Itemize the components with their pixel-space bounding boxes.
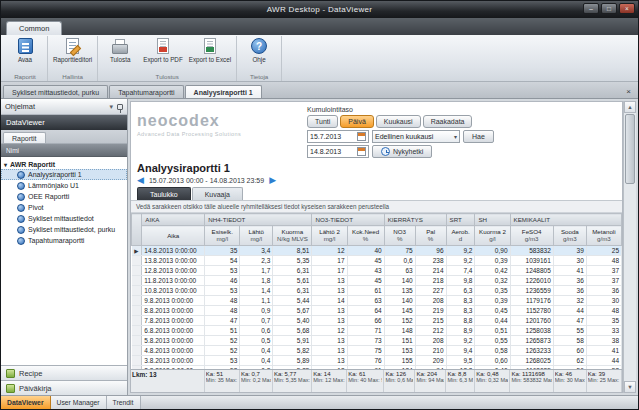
- title-bar: AWR Desktop - DataViewer – □ ×: [1, 1, 638, 18]
- column-group-sh[interactable]: SH: [475, 214, 510, 226]
- scrollbar-thumb[interactable]: [625, 114, 635, 184]
- column-header-kuorma-2[interactable]: Kuorma 2g/l: [475, 226, 510, 246]
- kumulointi-option-tunti[interactable]: Tunti: [307, 115, 338, 128]
- column-header-kuorma[interactable]: KuormaN/kg MLVS: [273, 226, 312, 246]
- column-header-kok-need[interactable]: Kok.Need%: [347, 226, 384, 246]
- column-header-metanoli[interactable]: Metanolig/m3: [586, 226, 621, 246]
- table-row[interactable]: 9.8.2013 0:00:00481,15,4414631402088,30,…: [132, 296, 622, 306]
- cell-aika: 9.8.2013 0:00:00: [142, 296, 205, 306]
- minimize-button[interactable]: –: [583, 3, 599, 14]
- cell-value: 208: [415, 296, 446, 306]
- tree-root-awr-raportit[interactable]: ▾ AWR Raportit: [1, 159, 127, 169]
- table-row[interactable]: 11.8.2013 0:00:00461,85,6113451402189,80…: [132, 276, 622, 286]
- ribbon-button-avaa[interactable]: Avaa: [5, 36, 45, 63]
- table-row[interactable]: 13.8.2013 0:00:00542,35,3517450,62389,20…: [132, 256, 622, 266]
- column-header-aika[interactable]: Aika: [142, 226, 205, 246]
- kumulointi-option-p-iv[interactable]: Päivä: [340, 115, 374, 128]
- view-tab-taulukko[interactable]: Taulukko: [137, 187, 191, 200]
- column-header-l-ht-2[interactable]: Lähtö 2mg/l: [312, 226, 347, 246]
- cell-value: 44: [553, 306, 586, 316]
- scroll-up-icon[interactable]: ▲: [624, 101, 636, 113]
- table-row[interactable]: ▶14.8.2013 0:00:00353,48,51124075969,20,…: [132, 246, 622, 256]
- cell-value: 13: [312, 336, 347, 346]
- ribbon-button-export-to-excel[interactable]: Export to Excel: [186, 36, 234, 63]
- tree-item-pivot[interactable]: Pivot: [1, 202, 127, 213]
- column-group-aika[interactable]: AIKA: [142, 214, 205, 226]
- table-row[interactable]: 7.8.2013 0:00:00470,75,4013661522158,80,…: [132, 316, 622, 326]
- scrollbar-track[interactable]: [624, 113, 636, 381]
- column-header-sooda[interactable]: Soodag/m3: [553, 226, 586, 246]
- vertical-scrollbar[interactable]: ▲ ▼: [623, 101, 636, 393]
- view-tab-kuvaaja[interactable]: Kuvaaja: [192, 187, 243, 200]
- hae-button[interactable]: Hae: [463, 130, 494, 143]
- scroll-down-icon[interactable]: ▼: [624, 381, 636, 393]
- tab-raportit[interactable]: Raportit: [3, 132, 46, 143]
- tree-item-l-mm-njako-u1[interactable]: Lämmönjako U1: [1, 180, 127, 191]
- table-row[interactable]: 12.8.2013 0:00:00531,76,311743632147,40,…: [132, 266, 622, 276]
- window-body: Ohjelmat ▾ DataViewer Raportit Nimi ▾ AW…: [1, 99, 638, 395]
- table-row[interactable]: 8.8.2013 0:00:00480,95,6713641452198,30,…: [132, 306, 622, 316]
- expand-collapse-icon[interactable]: ▾: [4, 161, 7, 168]
- tree-item-tapahtumaraportti[interactable]: Tapahtumaraportti: [1, 235, 127, 246]
- calendar-icon[interactable]: [357, 147, 366, 156]
- column-header-aerob[interactable]: Aerob.d: [446, 226, 475, 246]
- cell-value: 1,4: [240, 286, 273, 296]
- column-group-no3-tiedot[interactable]: NO3-TIEDOT: [312, 214, 384, 226]
- table-row[interactable]: 10.8.2013 0:00:00531,46,3113611352276,30…: [132, 286, 622, 296]
- column-group-srt[interactable]: SRT: [446, 214, 475, 226]
- chevron-down-icon[interactable]: ▾: [109, 103, 113, 111]
- table-row[interactable]: 5.8.2013 0:00:00520,55,9113731512089,20,…: [132, 336, 622, 346]
- bottom-button-user-manager[interactable]: User Manager: [51, 396, 107, 409]
- ribbon-button-tulosta[interactable]: Tulosta: [100, 36, 140, 63]
- bottom-button-dataviewer[interactable]: DataViewer: [1, 396, 51, 409]
- tree-item-analyysiraportti-1[interactable]: Analyysiraportti 1: [1, 169, 127, 180]
- previous-period-icon[interactable]: ◀: [137, 176, 144, 185]
- cell-value: 1039161: [510, 256, 553, 266]
- close-button[interactable]: ×: [619, 3, 635, 14]
- cell-value: 155: [384, 356, 415, 366]
- kumulointi-option-kuukausi[interactable]: Kuukausi: [376, 115, 421, 128]
- column-header-no3[interactable]: NO3%: [384, 226, 415, 246]
- column-header-esiselk[interactable]: Esiselk.mg/l: [205, 226, 240, 246]
- table-row[interactable]: 6.8.2013 0:00:00510,65,6812711482128,90,…: [132, 326, 622, 336]
- summary-cell: Ka: 1131698Min: 583832 Max: 1268025: [510, 370, 553, 392]
- cell-value: 1236559: [510, 286, 553, 296]
- ribbon-button-ohje[interactable]: Ohje: [239, 36, 279, 63]
- calendar-icon[interactable]: [357, 132, 366, 141]
- column-header-pal[interactable]: Pal%: [415, 226, 446, 246]
- tree-item-sykliset-mittaustiedot-purku[interactable]: Sykliset mittaustiedot, purku: [1, 224, 127, 235]
- doc-tab-tapahtumaraportti[interactable]: Tapahtumaraportti: [109, 85, 183, 98]
- end-date-input[interactable]: 14.8.2013: [307, 145, 369, 158]
- table-row[interactable]: 4.8.2013 0:00:00520,45,8213751532109,40,…: [132, 346, 622, 356]
- cell-value: 43: [347, 266, 384, 276]
- column-header-feso4[interactable]: FeSO4g/m3: [510, 226, 553, 246]
- nav-button-recipe[interactable]: Recipe: [1, 365, 127, 380]
- close-document-icon[interactable]: ×: [621, 87, 636, 98]
- nykyhetki-button[interactable]: Nykyhetki: [372, 145, 432, 158]
- column-header-l-ht[interactable]: Lähtömg/l: [240, 226, 273, 246]
- table-row[interactable]: 3.8.2013 0:00:00530,45,8913761552099,50,…: [132, 356, 622, 366]
- tree-item-sykliset-mittaustiedot[interactable]: Sykliset mittaustiedot: [1, 213, 127, 224]
- start-date-input[interactable]: 15.7.2013: [307, 130, 369, 143]
- nav-button-p-iv-kirja[interactable]: Päiväkirja: [1, 380, 127, 395]
- column-group-kierr-tys[interactable]: KIERRÄTYS: [384, 214, 446, 226]
- ribbon-button-raporttieditori[interactable]: Raporttieditori: [50, 36, 95, 63]
- column-group-kemikaalit[interactable]: KEMIKAALIT: [510, 214, 621, 226]
- column-group-nh4-tiedot[interactable]: NH4-TIEDOT: [205, 214, 312, 226]
- cell-value: 96: [415, 246, 446, 256]
- cell-value: 25: [586, 246, 621, 256]
- doc-tab-sykliset-mittaustiedot-purku[interactable]: Sykliset mittaustiedot, purku: [3, 85, 108, 98]
- bottom-button-trendit[interactable]: Trendit: [107, 396, 141, 409]
- period-select[interactable]: Edellinen kuukausi ▾: [372, 130, 460, 143]
- ribbon-button-export-to-pdf[interactable]: Export to PDF: [140, 36, 186, 63]
- ribbon-tab-common[interactable]: Common: [6, 21, 62, 35]
- maximize-button[interactable]: □: [601, 3, 617, 14]
- next-period-icon[interactable]: ▶: [269, 176, 276, 185]
- doc-tab-analyysiraportti-1[interactable]: Analyysiraportti 1: [185, 85, 262, 98]
- tree-column-header[interactable]: Nimi: [1, 144, 127, 157]
- pin-icon[interactable]: [117, 104, 123, 110]
- tree-item-oee-raportti[interactable]: OEE Raportti: [1, 191, 127, 202]
- end-date-row: 14.8.2013 Nykyhetki: [307, 145, 494, 158]
- cell-value: 47: [553, 316, 586, 326]
- kumulointi-option-raakadata[interactable]: Raakadata: [423, 115, 473, 128]
